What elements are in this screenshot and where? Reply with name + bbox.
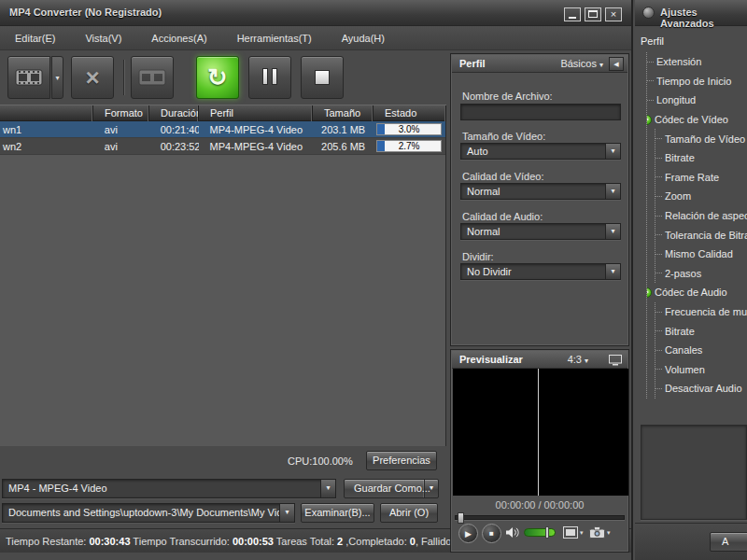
filename-input[interactable] [460,104,621,120]
filename-label: Nombre de Archivo: [462,91,553,102]
remove-file-button[interactable]: × [71,56,114,99]
tree-item-tama-o-de-v-deo[interactable]: Tamaño de Vídeo [655,129,747,148]
tree-tick [655,350,662,351]
tree-item-extensi-n[interactable]: Extensión [647,52,747,72]
open-button[interactable]: Abrir (O) [380,503,438,523]
video-quality-label: Calidad de Vídeo: [462,171,543,182]
add-video-icon [15,67,43,88]
minimize-button[interactable] [564,7,581,21]
tree-item-label: 2-pasos [665,268,701,279]
add-file-button[interactable] [7,56,50,99]
play-button[interactable]: ▶ [458,524,478,543]
close-button[interactable]: × [605,7,622,21]
cell: MP4-MPEG-4 Video [199,138,313,154]
tree-item-zoom[interactable]: Zoom [655,187,747,206]
video-size-combo[interactable]: Auto ▾ [460,143,621,160]
pause-button[interactable] [248,56,291,99]
stop-playback-button[interactable]: ■ [482,524,501,543]
menu-item-acciones[interactable]: Acciones(A) [136,33,221,44]
camera-icon[interactable] [589,526,605,539]
preferences-button[interactable]: Preferencias [366,451,437,470]
seek-bar[interactable] [455,515,625,520]
status-text: Tiempo Restante: 00:30:43 Tiempo Transcu… [6,536,475,547]
cell: wn2 [0,138,93,154]
column-header[interactable]: Estado [374,105,446,121]
encode-button[interactable] [131,56,174,99]
tree-item-frecuencia-de-mue[interactable]: Frecuencia de mue [655,302,747,322]
tree-item-label: Códec de Audio [655,287,727,298]
stop-button[interactable] [301,56,344,99]
tree-item-canales[interactable]: Canales [655,341,747,360]
fullscreen-icon[interactable] [609,355,622,366]
tree-item-2-pasos[interactable]: 2-pasos [655,264,747,284]
stop-icon [315,70,330,85]
file-row[interactable]: wn1avi00:21:40MP4-MPEG-4 Video203.1 MB3.… [0,121,445,138]
profile-preset-value: Básicos [560,58,597,69]
tree-tick [655,312,662,313]
tree-tick [655,138,662,139]
tree-item-c-dec-de-v-deo[interactable]: Códec de Vídeo [647,110,747,130]
menu-item-vista[interactable]: Vista(V) [70,33,136,44]
chevron-down-icon[interactable]: ▾ [605,264,620,279]
tree-children: Frecuencia de mueBitrateCanalesVolumenDe… [655,302,747,399]
column-header[interactable]: Formato [93,105,149,121]
chevron-down-icon[interactable]: ▾ [605,224,620,239]
aspect-ratio-dropdown[interactable]: 4:3 ▾ [568,354,588,365]
volume-slider[interactable] [524,528,556,537]
tree-item-bitrate[interactable]: Bitrate [655,321,747,341]
title-bar: MP4 Converter (No Registrado) × [0,0,631,26]
chevron-down-icon[interactable]: ▾ [424,480,438,497]
tree-item-tiempo-de-inicio[interactable]: Tiempo de Inicio [647,72,747,91]
column-header[interactable]: Duración [149,105,199,121]
chevron-down-icon[interactable]: ▾ [607,529,611,537]
maximize-button[interactable] [585,7,601,21]
output-path-combo[interactable]: Documents and Settings\uptodown-3\My Doc… [2,503,295,523]
snapshot-icon[interactable] [563,526,578,539]
output-format-combo[interactable]: MP4 - MPEG-4 Video ▾ [2,479,336,498]
tree-item-desactivar-audio[interactable]: Desactivar Audio [655,379,747,399]
profile-preset-dropdown[interactable]: Básicos ▾ [560,58,603,69]
tree-root: ExtensiónTiempo de InicioLongitudCódec d… [646,52,747,399]
split-combo[interactable]: No Dividir ▾ [460,263,621,280]
chevron-down-icon[interactable]: ▾ [279,504,294,522]
film-icon [138,67,166,88]
tree-item-tolerancia-de-bitrat[interactable]: Tolerancia de Bitrat [655,225,747,245]
file-list: wn1avi00:21:40MP4-MPEG-4 Video203.1 MB3.… [0,121,446,446]
tree-item-frame-rate[interactable]: Frame Rate [655,168,747,188]
progress-label: 2.7% [377,141,441,152]
tree-item-relaci-n-de-aspect[interactable]: Relación de aspect [655,206,747,226]
chevron-down-icon[interactable]: ▾ [605,184,620,199]
chevron-down-icon[interactable]: ▾ [605,144,620,159]
video-quality-combo[interactable]: Normal ▾ [460,183,621,200]
menu-item-editar[interactable]: Editar(E) [0,33,70,44]
seek-handle[interactable] [458,512,464,524]
save-as-button[interactable]: Guardar Como... ▾ [344,479,439,498]
browse-button[interactable]: Examinar(B)... [301,503,374,523]
convert-button[interactable]: ↻ [196,56,239,99]
add-file-dropdown[interactable]: ▾ [51,56,63,99]
file-row[interactable]: wn2avi00:23:52MP4-MPEG-4 Video205.6 MB2.… [0,138,445,155]
menu-item-herramientas[interactable]: Herramientas(T) [222,33,327,44]
tree-tick [655,216,662,217]
cell: 203.1 MB [312,121,373,137]
tree-item-bitrate[interactable]: Bitrate [655,148,747,168]
speaker-icon[interactable] [505,526,519,539]
apply-button[interactable]: A [710,532,747,552]
collapse-panel-button[interactable]: ◀ [609,57,624,71]
tree-tick [655,254,662,255]
volume-handle[interactable] [545,526,549,539]
column-header[interactable] [0,105,93,121]
tree-item-mismo-calidad[interactable]: Mismo Calidad [655,245,747,264]
menu-bar: Editar(E)Vista(V)Acciones(A)Herramientas… [0,26,631,50]
toolbar: ▾ × ↻ [0,50,448,105]
column-header[interactable]: Perfil [199,105,313,121]
tree-item-longitud[interactable]: Longitud [647,91,747,110]
audio-quality-combo[interactable]: Normal ▾ [460,223,621,240]
chevron-down-icon[interactable]: ▾ [320,480,335,497]
tree-children: Tamaño de VídeoBitrateFrame RateZoomRela… [655,129,747,283]
tree-item-c-dec-de-audio[interactable]: Códec de Audio [647,283,747,302]
menu-item-ayuda[interactable]: Ayuda(H) [327,33,400,44]
column-header[interactable]: Tamaño [313,105,374,121]
tree-item-volumen[interactable]: Volumen [655,360,747,380]
chevron-down-icon[interactable]: ▾ [580,529,584,537]
